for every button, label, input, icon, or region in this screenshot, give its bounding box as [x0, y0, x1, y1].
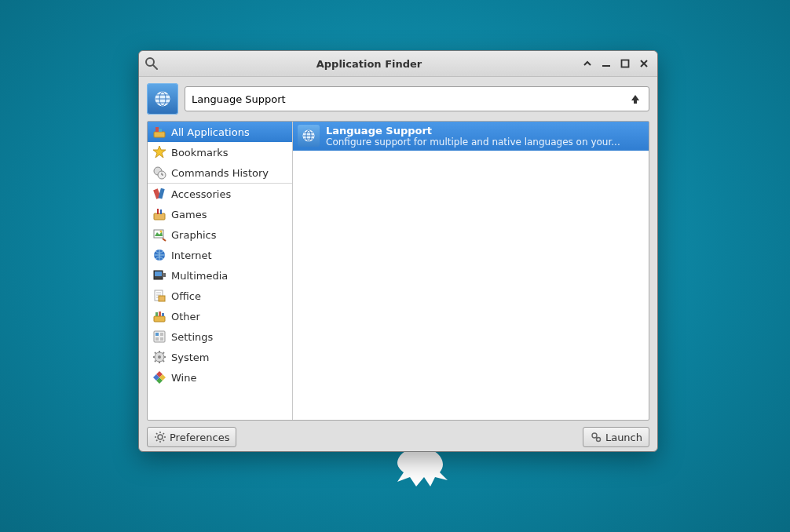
svg-rect-2 — [602, 65, 610, 67]
svg-line-42 — [155, 352, 156, 354]
games-icon — [152, 207, 166, 221]
result-item[interactable]: Language SupportConfigure support for mu… — [293, 122, 649, 151]
language-icon — [298, 125, 320, 147]
svg-rect-3 — [622, 60, 629, 67]
accessories-icon — [152, 187, 166, 201]
svg-rect-32 — [155, 333, 159, 336]
language-icon — [147, 83, 178, 115]
category-item[interactable]: System — [148, 347, 292, 367]
category-list[interactable]: All ApplicationsBookmarksCommands Histor… — [148, 122, 293, 420]
svg-line-1 — [153, 65, 157, 69]
category-label: Accessories — [171, 188, 231, 200]
category-label: System — [171, 352, 209, 363]
svg-rect-29 — [159, 312, 161, 316]
category-item[interactable]: Multimedia — [148, 265, 292, 286]
launch-label: Launch — [605, 432, 642, 443]
category-item[interactable]: Bookmarks — [148, 142, 292, 162]
category-label: Internet — [171, 250, 212, 261]
category-item[interactable]: Commands History — [148, 162, 292, 183]
category-label: Bookmarks — [171, 147, 229, 159]
maximize-button[interactable] — [620, 58, 631, 69]
application-finder-window: Application Finder — [138, 50, 658, 452]
svg-rect-15 — [160, 210, 162, 214]
star-icon — [152, 145, 166, 159]
preferences-label: Preferences — [170, 432, 229, 443]
category-item[interactable]: Internet — [148, 245, 292, 265]
content-pane: All ApplicationsBookmarksCommands Histor… — [147, 121, 649, 421]
category-label: Office — [171, 290, 201, 302]
svg-line-53 — [156, 433, 157, 434]
applications-icon — [152, 125, 166, 139]
svg-rect-26 — [159, 296, 165, 301]
category-item[interactable]: Wine — [148, 367, 292, 388]
svg-line-55 — [163, 433, 164, 434]
category-item[interactable]: Graphics — [148, 224, 292, 245]
svg-line-43 — [163, 361, 165, 363]
svg-rect-34 — [155, 337, 159, 341]
svg-rect-33 — [160, 333, 163, 336]
svg-rect-30 — [162, 313, 164, 316]
svg-rect-28 — [155, 312, 158, 316]
result-title: Language Support — [326, 125, 644, 137]
search-icon — [139, 56, 164, 71]
titlebar[interactable]: Application Finder — [139, 51, 657, 77]
system-icon — [152, 350, 166, 364]
other-icon — [152, 309, 166, 323]
category-label: Wine — [171, 372, 196, 384]
category-label: Other — [171, 311, 200, 322]
collapse-button[interactable] — [582, 58, 593, 69]
svg-point-37 — [158, 355, 161, 359]
category-label: Commands History — [171, 167, 269, 179]
svg-line-56 — [156, 440, 157, 441]
svg-rect-8 — [159, 129, 162, 132]
category-label: All Applications — [171, 126, 250, 138]
graphics-icon — [152, 228, 166, 242]
launch-icon — [590, 431, 602, 443]
category-item[interactable]: Games — [148, 204, 292, 224]
svg-rect-35 — [160, 337, 163, 341]
svg-rect-27 — [154, 316, 165, 322]
window-title: Application Finder — [164, 58, 574, 70]
category-item[interactable]: Office — [148, 286, 292, 306]
footer: Preferences Launch — [139, 421, 657, 454]
category-label: Games — [171, 209, 207, 220]
svg-rect-20 — [155, 271, 162, 276]
history-icon — [152, 166, 166, 180]
preferences-button[interactable]: Preferences — [147, 427, 236, 447]
category-item[interactable]: All Applications — [148, 122, 292, 142]
category-item[interactable]: Other — [148, 306, 292, 326]
gear-icon — [154, 431, 166, 443]
launch-button[interactable]: Launch — [583, 427, 649, 447]
category-item[interactable]: Accessories — [148, 184, 292, 204]
svg-rect-6 — [154, 132, 165, 137]
svg-rect-7 — [155, 127, 159, 132]
close-button[interactable] — [638, 58, 649, 69]
settings-icon — [152, 330, 166, 344]
internet-icon — [152, 248, 166, 262]
svg-rect-13 — [154, 213, 165, 220]
svg-rect-14 — [157, 209, 159, 214]
search-row — [139, 77, 657, 121]
svg-point-48 — [158, 435, 163, 439]
svg-rect-21 — [163, 273, 166, 277]
office-icon — [152, 289, 166, 303]
svg-point-17 — [160, 231, 163, 233]
category-label: Multimedia — [171, 270, 228, 282]
svg-line-54 — [163, 440, 164, 441]
arrow-up-icon[interactable] — [630, 93, 644, 104]
result-subtitle: Configure support for multiple and nativ… — [326, 137, 644, 148]
search-input-container[interactable] — [185, 86, 649, 111]
svg-line-44 — [163, 352, 165, 354]
wine-icon — [152, 370, 166, 384]
svg-line-45 — [155, 361, 156, 363]
category-item[interactable]: Settings — [148, 326, 292, 347]
result-list[interactable]: Language SupportConfigure support for mu… — [293, 122, 649, 420]
minimize-button[interactable] — [601, 58, 612, 69]
multimedia-icon — [152, 268, 166, 282]
category-label: Graphics — [171, 229, 216, 241]
category-label: Settings — [171, 331, 213, 343]
search-input[interactable] — [190, 93, 630, 106]
